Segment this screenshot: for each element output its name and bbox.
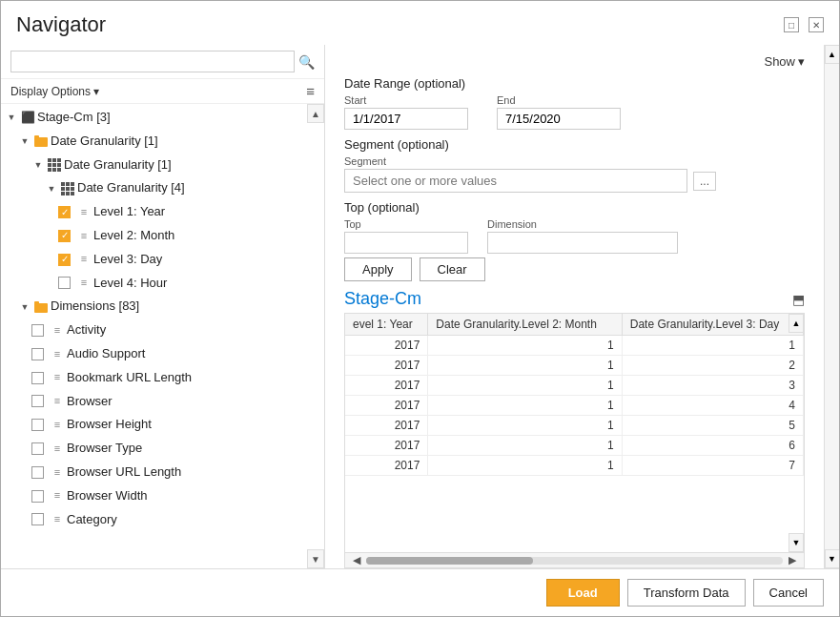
dim-input[interactable]	[487, 232, 678, 254]
table-body: 2017112017122017132017142017152017162017…	[345, 336, 804, 476]
checkbox-audio-support[interactable]	[31, 348, 44, 360]
table-cell: 2017	[345, 456, 428, 476]
tree-item-date-gran-1[interactable]: ▼ Date Granularity [1]	[1, 130, 307, 154]
table-row: 201717	[345, 456, 804, 476]
scroll-right-arrow[interactable]: ▶	[785, 554, 800, 566]
level-hour-icon: ≡	[76, 277, 92, 290]
search-icon[interactable]: 🔍	[298, 54, 315, 70]
tree-toggle-date-gran-3[interactable]: ▼	[45, 182, 58, 195]
checkbox-level-year[interactable]: ✓	[58, 206, 71, 218]
tree-label-browser-type: Browser Type	[67, 439, 142, 459]
cancel-button[interactable]: Cancel	[753, 579, 824, 607]
top-row: Top Dimension	[344, 218, 805, 254]
right-panel-inner: Show ▾ Date Range (optional) Start	[325, 45, 839, 568]
tree-item-activity[interactable]: ≡ Activity	[1, 319, 307, 342]
level-month-icon: ≡	[76, 229, 92, 242]
tree-scroll-up-button[interactable]: ▲	[307, 104, 324, 123]
load-button[interactable]: Load	[546, 579, 620, 607]
checkbox-activity[interactable]	[31, 324, 44, 337]
tree-item-level-hour[interactable]: ≡ Level 4: Hour	[1, 272, 307, 296]
display-options-button[interactable]: Display Options ▾	[10, 85, 99, 98]
audio-support-icon: ≡	[50, 347, 65, 360]
window-controls: □ ✕	[784, 17, 824, 32]
tree-item-audio-support[interactable]: ≡ Audio Support	[1, 342, 307, 366]
dialog-title: Navigator	[16, 12, 106, 37]
transform-data-button[interactable]: Transform Data	[627, 579, 746, 607]
search-input[interactable]	[10, 51, 295, 72]
tree-label-dimensions: Dimensions [83]	[51, 297, 139, 317]
minimize-button[interactable]: □	[784, 17, 799, 32]
checkbox-browser-type[interactable]	[31, 442, 44, 455]
checkbox-level-month[interactable]: ✓	[58, 230, 71, 242]
checkbox-browser[interactable]	[31, 395, 44, 407]
checkbox-level-hour[interactable]	[58, 277, 71, 289]
checkbox-browser-url[interactable]	[31, 466, 44, 479]
checkbox-browser-width[interactable]	[31, 490, 44, 503]
tree-item-level-month[interactable]: ✓ ≡ Level 2: Month	[1, 224, 307, 248]
show-row: Show ▾	[325, 45, 824, 69]
tree-label-date-gran-3: Date Granularity [4]	[77, 178, 185, 198]
tree-item-level-day[interactable]: ✓ ≡ Level 3: Day	[1, 248, 307, 272]
ellipsis-button[interactable]: ...	[693, 172, 716, 191]
table-header-row-el: evel 1: Year Date Granularity.Level 2: M…	[345, 314, 804, 336]
stage-cm-icon: ⬛	[20, 111, 35, 124]
table-row: 201711	[345, 336, 804, 356]
scroll-track[interactable]	[366, 557, 783, 565]
display-options-bar: Display Options ▾ ≡	[1, 79, 324, 104]
table-cell: 7	[622, 456, 803, 476]
tree-item-date-gran-2[interactable]: ▼ Date Granularity [1]	[1, 154, 307, 177]
tree-label-activity: Activity	[67, 320, 106, 340]
tree-item-category[interactable]: ≡ Category	[1, 508, 307, 532]
table-scroll-down-button[interactable]: ▼	[789, 533, 804, 552]
table-icon-2	[60, 182, 75, 195]
tree-scroll-down-button[interactable]: ▼	[307, 549, 324, 568]
tree-toggle-stage-cm[interactable]: ▼	[5, 111, 18, 124]
tree-item-browser[interactable]: ≡ Browser	[1, 390, 307, 414]
top-input[interactable]	[344, 232, 468, 254]
checkbox-bookmark-url[interactable]	[31, 372, 44, 384]
tree-label-category: Category	[67, 510, 117, 530]
table-scroll-up-button[interactable]: ▲	[789, 314, 804, 333]
svg-rect-3	[34, 301, 39, 304]
tree-item-stage-cm[interactable]: ▼ ⬛ Stage-Cm [3]	[1, 106, 307, 130]
table-row: 201715	[345, 416, 804, 436]
clear-button[interactable]: Clear	[420, 257, 485, 281]
tree-label-date-gran-2: Date Granularity [1]	[64, 155, 172, 175]
tree-item-bookmark-url[interactable]: ≡ Bookmark URL Length	[1, 366, 307, 390]
tree-item-dimensions[interactable]: ▼ Dimensions [83]	[1, 295, 307, 319]
tree-item-level-year[interactable]: ✓ ≡ Level 1: Year	[1, 200, 307, 224]
right-scroll-down-button[interactable]: ▼	[825, 549, 840, 568]
tree-label-stage-cm: Stage-Cm [3]	[37, 108, 111, 128]
tree-toggle-date-gran-1[interactable]: ▼	[18, 134, 31, 148]
checkbox-level-day[interactable]: ✓	[58, 254, 71, 266]
scroll-thumb[interactable]	[366, 557, 533, 565]
top-field-label: Top	[344, 218, 468, 230]
tree-item-browser-type[interactable]: ≡ Browser Type	[1, 437, 307, 461]
list-view-icon[interactable]: ≡	[306, 83, 315, 99]
scroll-left-arrow[interactable]: ◀	[349, 554, 364, 566]
export-icon[interactable]: ⬒	[792, 292, 805, 307]
tree-item-browser-height[interactable]: ≡ Browser Height	[1, 413, 307, 437]
table-cell: 2017	[345, 396, 428, 416]
start-label: Start	[344, 94, 468, 106]
end-date-input[interactable]	[497, 108, 621, 130]
show-button[interactable]: Show ▾	[764, 54, 805, 69]
tree-item-browser-url[interactable]: ≡ Browser URL Length	[1, 461, 307, 484]
tree-item-date-gran-3[interactable]: ▼ Date Granularity [4]	[1, 176, 307, 200]
right-scroll-up-button[interactable]: ▲	[825, 45, 840, 64]
apply-button[interactable]: Apply	[344, 257, 412, 281]
tree-item-browser-width[interactable]: ≡ Browser Width	[1, 484, 307, 508]
checkbox-category[interactable]	[31, 513, 44, 525]
col-month: Date Granularity.Level 2: Month	[428, 314, 622, 336]
tree-toggle-dimensions[interactable]: ▼	[18, 300, 31, 314]
tree-label-bookmark-url: Bookmark URL Length	[67, 368, 192, 388]
start-date-input[interactable]	[344, 108, 468, 130]
tree-toggle-date-gran-2[interactable]: ▼	[31, 158, 45, 172]
right-scrollbar: ▲ ▼	[824, 45, 839, 568]
table-cell: 2017	[345, 416, 428, 436]
segment-input[interactable]	[344, 169, 687, 193]
horizontal-scrollbar: ◀ ▶	[345, 552, 804, 567]
close-button[interactable]: ✕	[809, 17, 824, 32]
table-cell: 2017	[345, 376, 428, 396]
checkbox-browser-height[interactable]	[31, 419, 44, 431]
